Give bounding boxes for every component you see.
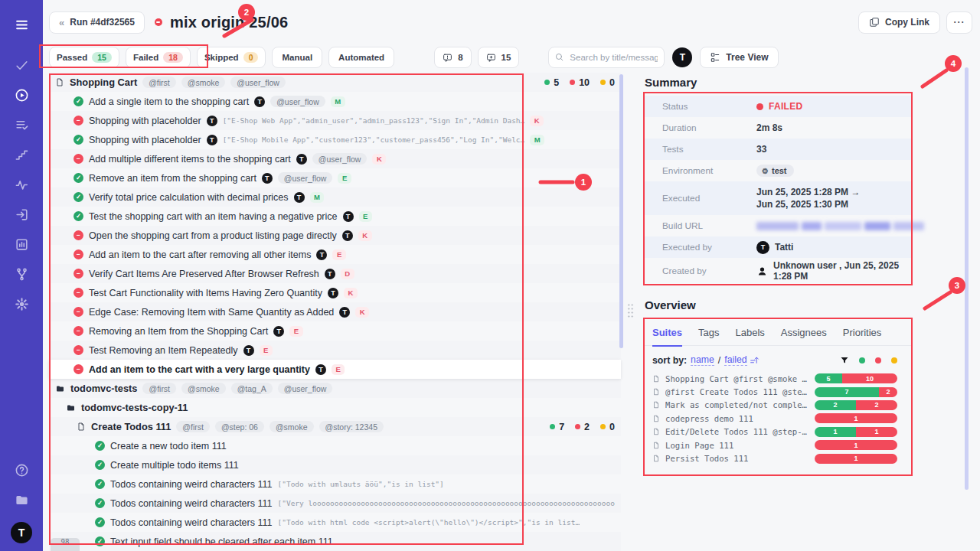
- sidebar-item-import[interactable]: [8, 201, 34, 227]
- tab-labels[interactable]: Labels: [735, 327, 764, 345]
- sidebar-item-settings[interactable]: [8, 291, 34, 317]
- sidebar-item-help[interactable]: [8, 458, 34, 484]
- sidebar-item-analytics[interactable]: [8, 231, 34, 257]
- tab-tags[interactable]: Tags: [698, 327, 719, 345]
- tag-pill[interactable]: @user_flow: [312, 153, 368, 165]
- test-row[interactable]: ✓Todos containing weird characters 111["…: [49, 474, 621, 494]
- tab-suites[interactable]: Suites: [652, 327, 682, 345]
- overview-suite-row[interactable]: Shopping Cart @first @smoke …510: [643, 372, 913, 385]
- user-avatar[interactable]: T: [672, 47, 692, 67]
- tag-pill[interactable]: @first: [142, 77, 176, 88]
- list-scrollbar-thumb[interactable]: [619, 74, 623, 348]
- sort-direction-icon[interactable]: [750, 355, 760, 365]
- tag-pill[interactable]: @user_flow: [278, 383, 333, 394]
- back-run-button[interactable]: « Run #4df32565: [49, 11, 145, 34]
- test-row[interactable]: −Add an item to the cart after removing …: [49, 245, 621, 264]
- filter-count-badge: 0: [243, 52, 259, 63]
- filter-funnel-icon[interactable]: [840, 356, 849, 365]
- filter-skipped-button[interactable]: Skipped0: [197, 47, 266, 68]
- tag-pill[interactable]: @user_flow: [270, 96, 325, 107]
- overview-suite-row[interactable]: codepress demo 1111: [643, 412, 913, 425]
- test-row[interactable]: −Add an item to the cart with a very lar…: [49, 360, 621, 379]
- legend-dot-failed[interactable]: [875, 357, 881, 364]
- test-plans-icon: [15, 118, 29, 132]
- test-row[interactable]: −Open the shopping cart from a product l…: [49, 226, 621, 245]
- overview-suite-row[interactable]: Mark as completed/not comple…22: [643, 399, 913, 412]
- page-scrollbar-thumb[interactable]: [965, 67, 969, 490]
- suite-row[interactable]: Shopping Cart@first@smoke@user_flow5100: [49, 73, 621, 92]
- test-row[interactable]: −Add multiple different items to the sho…: [49, 149, 621, 168]
- folder-row[interactable]: todomvc-tests-copy-11: [49, 398, 621, 417]
- tag-pill[interactable]: @smoke: [181, 383, 226, 394]
- test-row[interactable]: ✓Test the shopping cart with an item hav…: [49, 207, 621, 226]
- test-row[interactable]: ✓Create multiple todo items 111: [49, 455, 621, 474]
- sidebar-item-menu[interactable]: [8, 12, 34, 38]
- test-row[interactable]: −Shopping with placeholderT["E-Shop Web …: [49, 111, 621, 130]
- test-row[interactable]: −Verify Cart Items Are Preserved After B…: [49, 264, 621, 283]
- sidebar-item-pulse[interactable]: [8, 171, 34, 197]
- tag-pill[interactable]: @story: 12345: [319, 421, 384, 432]
- help-icon: [15, 463, 29, 478]
- test-row[interactable]: ✓Todos containing weird characters 111["…: [49, 494, 621, 513]
- passed-count: 5: [554, 77, 559, 88]
- test-row[interactable]: −Edge Case: Removing Item with Same Quan…: [49, 302, 621, 321]
- legend-dot-skipped[interactable]: [891, 357, 897, 364]
- sidebar-item-tests[interactable]: [8, 52, 34, 78]
- copy-link-button[interactable]: Copy Link: [858, 11, 940, 34]
- test-row[interactable]: ✓Shopping with placeholderT["E-Shop Mobi…: [49, 130, 621, 149]
- sidebar-item-runs[interactable]: [8, 82, 34, 108]
- test-title: Test the shopping cart with an item havi…: [89, 211, 338, 222]
- overview-suite-row[interactable]: Persist Todos 1111: [643, 452, 913, 465]
- tag-pill[interactable]: @user_flow: [278, 172, 333, 184]
- suite-title: Create Todos 111: [91, 421, 171, 432]
- test-row[interactable]: −Test Cart Functionality with Items Havi…: [49, 283, 621, 302]
- folder-row[interactable]: todomvc-tests@first@smoke@tag_A@user_flo…: [49, 379, 621, 398]
- test-row[interactable]: ✓Add a single item to the shopping cartT…: [49, 92, 621, 111]
- filter-label: Passed: [57, 53, 87, 62]
- sidebar-item-test-plans[interactable]: [8, 112, 34, 138]
- filter-manual-button[interactable]: Manual: [272, 47, 322, 68]
- environment-pill[interactable]: ⚙test: [756, 165, 794, 177]
- sidebar-item-branches[interactable]: [8, 261, 34, 287]
- overview-suite-row[interactable]: Login Page 1111: [643, 439, 913, 452]
- test-row[interactable]: −Removing an Item from the Shopping Cart…: [49, 321, 621, 341]
- tree-view-button[interactable]: Tree View: [700, 47, 778, 68]
- filter-automated-button[interactable]: Automated: [328, 47, 394, 68]
- test-row[interactable]: ✓Verify total price calculation with dec…: [49, 187, 621, 207]
- overview-suite-row[interactable]: Edit/Delete Todos 111 @step-…11: [643, 425, 913, 439]
- tag-pill[interactable]: @tag_A: [231, 383, 273, 394]
- comment-alert-button[interactable]: 8: [434, 47, 471, 68]
- legend-dot-passed[interactable]: [859, 357, 865, 364]
- tag-pill[interactable]: @first: [176, 421, 210, 432]
- summary-label: Tests: [662, 144, 756, 155]
- overview-suite-name: @first Create Todos 111 @ste…: [665, 387, 809, 396]
- sort-by-name-link[interactable]: name: [691, 354, 714, 366]
- test-row[interactable]: ✓Remove an item from the shopping cartT@…: [49, 168, 621, 187]
- test-row[interactable]: −Test Removing an Item RepeatedlyTE: [49, 341, 621, 360]
- overview-suite-row[interactable]: @first Create Todos 111 @ste…72: [643, 385, 913, 398]
- skipped-count-dot: [600, 80, 606, 85]
- test-row[interactable]: ✓Create a new todo item 111: [49, 436, 621, 455]
- tag-pill[interactable]: @first: [142, 383, 176, 394]
- app-logo[interactable]: T: [11, 522, 32, 543]
- tab-assignees[interactable]: Assignees: [781, 327, 827, 345]
- tag-pill[interactable]: @step: 06: [215, 421, 264, 432]
- sort-by-failed-link[interactable]: failed: [724, 354, 746, 366]
- suite-row[interactable]: Create Todos 111@first@step: 06@smoke@st…: [49, 417, 621, 436]
- tag-pill[interactable]: @user_flow: [230, 77, 286, 88]
- sidebar-item-steps[interactable]: [8, 142, 34, 168]
- filter-passed-button[interactable]: Passed15: [49, 47, 119, 68]
- sidebar-item-projects[interactable]: [8, 487, 34, 514]
- pulse-icon: [15, 178, 29, 192]
- test-row[interactable]: ✓Todos containing weird characters 111["…: [49, 513, 621, 532]
- corner-widget[interactable]: 98: [51, 538, 80, 551]
- comment-add-button[interactable]: 15: [478, 47, 520, 68]
- search-input[interactable]: [548, 47, 665, 68]
- panel-drag-handle[interactable]: [627, 303, 634, 318]
- tag-pill[interactable]: @smoke: [181, 77, 226, 88]
- more-actions-button[interactable]: ···: [946, 11, 972, 34]
- tag-pill[interactable]: @smoke: [270, 421, 314, 432]
- tab-priorities[interactable]: Priorities: [843, 327, 882, 345]
- test-row[interactable]: ✓Text input field should be cleared afte…: [49, 532, 621, 551]
- filter-failed-button[interactable]: Failed18: [126, 47, 191, 68]
